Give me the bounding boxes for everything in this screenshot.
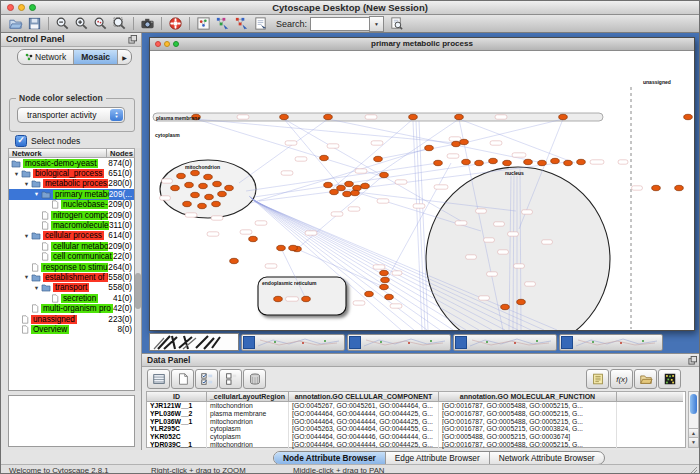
attribute-matrix-button[interactable] xyxy=(658,369,681,389)
tree-row-establishment-of-lo[interactable]: ▼establishment of lo558(0) xyxy=(9,272,134,282)
network-node[interactable] xyxy=(489,158,498,163)
zoom-in-button[interactable] xyxy=(72,16,91,32)
search-input[interactable] xyxy=(310,17,369,31)
tree-row-biological-process[interactable]: ▼biological_process651(0) xyxy=(9,168,134,178)
network-node[interactable] xyxy=(460,139,469,144)
table-row[interactable]: YLR295Ccytoplasm[GO:0045263, GO:0044464,… xyxy=(147,425,685,433)
tree-row-nitrogen-compo[interactable]: nitrogen compo209(0) xyxy=(9,210,134,220)
minimized-window[interactable] xyxy=(149,333,239,351)
tree-row-transport[interactable]: ▼transport558(0) xyxy=(9,283,134,293)
network-node[interactable] xyxy=(337,185,346,190)
network-node[interactable] xyxy=(324,182,333,187)
network-node[interactable] xyxy=(475,160,484,165)
tree-row-overview[interactable]: Overview8(0) xyxy=(9,324,134,334)
network-node[interactable] xyxy=(501,304,510,309)
duplicate-network-button[interactable] xyxy=(232,16,251,32)
network-node[interactable] xyxy=(381,277,390,282)
tree-row-metabolic-process[interactable]: ▼metabolic process280(0) xyxy=(9,179,134,189)
network-node[interactable] xyxy=(385,294,394,299)
tab-network-attribute-browser[interactable]: Network Attribute Browser xyxy=(490,452,604,464)
tree-row-unassigned[interactable]: unassigned223(0) xyxy=(9,314,134,324)
network-node[interactable] xyxy=(212,201,221,206)
network-node[interactable] xyxy=(577,159,586,164)
tab-edge-attribute-browser[interactable]: Edge Attribute Browser xyxy=(386,452,490,464)
formula-button[interactable]: f(x) xyxy=(610,369,633,389)
disclosure-triangle-icon[interactable]: ▼ xyxy=(22,274,31,280)
network-node[interactable] xyxy=(652,185,661,190)
unselect-attributes-button[interactable] xyxy=(219,369,242,389)
network-node[interactable] xyxy=(409,114,418,119)
select-first-neighbors-button[interactable] xyxy=(213,16,232,32)
network-node[interactable] xyxy=(320,155,329,160)
attribute-table-button[interactable] xyxy=(147,369,170,389)
more-tabs-arrow-icon[interactable]: ▶ xyxy=(118,50,131,64)
network-node[interactable] xyxy=(462,159,471,164)
network-node[interactable] xyxy=(230,258,239,263)
select-attributes-button[interactable] xyxy=(195,369,218,389)
column-header-2[interactable]: _cellularLayoutRegion xyxy=(207,392,289,402)
network-canvas[interactable]: plasma membranecytoplasmmitochondrionnuc… xyxy=(150,51,694,330)
float-data-panel-icon[interactable] xyxy=(688,356,697,365)
table-scrollbar[interactable]: ▲ ▼ xyxy=(688,391,699,448)
network-node[interactable] xyxy=(302,296,311,301)
create-attribute-button[interactable] xyxy=(171,369,194,389)
import-attributes-button[interactable] xyxy=(634,369,657,389)
network-node[interactable] xyxy=(213,181,222,186)
zoom-selected-button[interactable] xyxy=(91,16,110,32)
tree-row-response-to-stimulu[interactable]: response to stimulu264(0) xyxy=(9,262,134,272)
network-node[interactable] xyxy=(503,160,512,165)
network-node[interactable] xyxy=(343,191,352,196)
network-node[interactable] xyxy=(452,141,461,146)
tree-row-multi-organism-pro[interactable]: multi-organism pro42(0) xyxy=(9,303,134,313)
table-scrollbar-thumb[interactable] xyxy=(690,394,697,414)
tree-row-cell-communicat[interactable]: cell communicat22(0) xyxy=(9,252,134,262)
network-node[interactable] xyxy=(524,159,533,164)
network-node[interactable] xyxy=(564,160,573,165)
network-node[interactable] xyxy=(183,201,192,206)
select-nodes-checkbox[interactable]: ✓ xyxy=(15,135,27,147)
network-node[interactable] xyxy=(353,185,362,190)
tree-row-nucleobase-[interactable]: nucleobase-209(0) xyxy=(9,200,134,210)
disclosure-triangle-icon[interactable]: ▼ xyxy=(22,233,31,239)
network-node[interactable] xyxy=(455,114,464,119)
network-node[interactable] xyxy=(374,156,383,161)
advanced-search-button[interactable] xyxy=(387,16,406,32)
tree-row-cellular-process[interactable]: ▼cellular process614(0) xyxy=(9,231,134,241)
float-panel-icon[interactable] xyxy=(128,35,137,44)
network-node[interactable] xyxy=(361,183,370,188)
network-node[interactable] xyxy=(517,299,526,304)
node-color-dropdown[interactable]: transporter activity ▲▼ xyxy=(17,107,125,123)
scroll-down-arrow-icon[interactable]: ▼ xyxy=(689,437,698,447)
network-node[interactable] xyxy=(204,174,213,179)
network-node[interactable] xyxy=(425,145,434,150)
network-node[interactable] xyxy=(434,160,443,165)
minimized-window[interactable] xyxy=(453,334,557,351)
help-ring-button[interactable] xyxy=(166,16,185,32)
open-file-button[interactable] xyxy=(6,16,25,32)
disclosure-triangle-icon[interactable]: ▼ xyxy=(32,285,41,291)
minimized-window[interactable] xyxy=(347,334,451,351)
network-node[interactable] xyxy=(380,270,389,275)
network-node[interactable] xyxy=(171,185,180,190)
zoom-out-button[interactable] xyxy=(53,16,72,32)
network-node[interactable] xyxy=(538,160,547,165)
table-row[interactable]: YDR039C__1mitochondrion[GO:0044464, GO:0… xyxy=(147,441,685,449)
network-node[interactable] xyxy=(280,114,289,119)
nucleus-region[interactable] xyxy=(426,167,610,330)
delete-attribute-button[interactable] xyxy=(243,369,266,389)
table-row[interactable]: YJR121W__1mitochondrion[GO:0045267, GO:0… xyxy=(147,402,685,410)
resize-grip-icon[interactable] xyxy=(689,466,698,474)
tree-row-macromolecule[interactable]: macromolecule311(0) xyxy=(9,220,134,230)
network-node[interactable] xyxy=(380,172,389,177)
table-row[interactable]: YPL036W__1mitochondrion[GO:0044464, GO:0… xyxy=(147,418,685,426)
save-session-button[interactable] xyxy=(25,16,44,32)
network-node[interactable] xyxy=(225,185,234,190)
network-node[interactable] xyxy=(551,158,560,163)
annotation-button[interactable] xyxy=(251,16,270,32)
network-node[interactable] xyxy=(185,182,194,187)
network-node[interactable] xyxy=(191,192,200,197)
column-header-4[interactable]: annotation.GO MOLECULAR_FUNCTION xyxy=(439,392,617,402)
network-overview-button[interactable] xyxy=(194,16,213,32)
network-node[interactable] xyxy=(559,114,568,119)
network-node[interactable] xyxy=(345,181,354,186)
